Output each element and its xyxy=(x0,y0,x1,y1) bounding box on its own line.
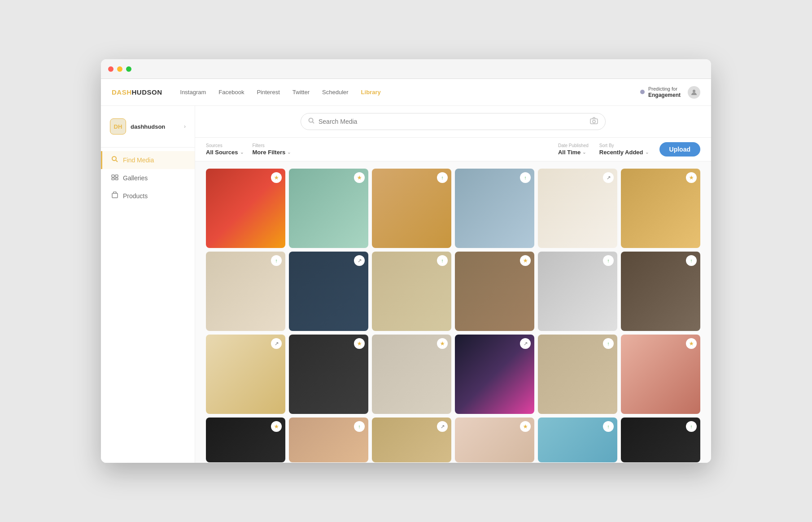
sidebar-item-find-media[interactable]: Find Media xyxy=(101,151,195,169)
svg-rect-6 xyxy=(115,178,118,180)
grid-row-2: ↑ ↗ ↑ ★ ↑ xyxy=(206,252,700,331)
star-badge: ★ xyxy=(520,421,531,432)
search-input[interactable] xyxy=(319,118,586,125)
neutral-badge: ↗ xyxy=(271,338,282,349)
media-item[interactable]: ↑ xyxy=(538,335,617,414)
media-item[interactable]: ↗ xyxy=(206,335,285,414)
search-bar-area xyxy=(195,106,711,138)
media-item[interactable]: ↗ xyxy=(372,418,451,462)
media-item[interactable]: ★ xyxy=(206,418,285,462)
media-item[interactable]: ★ xyxy=(289,169,368,248)
sort-arrow: ⌄ xyxy=(645,150,649,155)
nav-scheduler[interactable]: Scheduler xyxy=(322,89,349,96)
logo-hudson: HUDSON xyxy=(132,88,162,96)
media-item[interactable]: ★ xyxy=(621,335,700,414)
account-arrow: › xyxy=(184,123,186,130)
media-item[interactable]: ★ xyxy=(455,418,534,462)
date-arrow: ⌄ xyxy=(582,150,586,155)
close-button[interactable] xyxy=(108,66,114,72)
media-item[interactable]: ↑ xyxy=(538,418,617,462)
star-badge: ★ xyxy=(271,421,282,432)
minimize-button[interactable] xyxy=(117,66,122,72)
svg-rect-7 xyxy=(112,193,118,198)
media-item[interactable]: ★ xyxy=(289,335,368,414)
camera-icon[interactable] xyxy=(590,117,598,126)
galleries-label: Galleries xyxy=(123,174,148,182)
star-badge: ★ xyxy=(271,172,282,183)
predict-badge: Predicting for Engagement xyxy=(640,86,681,99)
svg-rect-4 xyxy=(115,175,118,177)
trending-badge: ↑ xyxy=(686,421,697,432)
account-row[interactable]: DH dashhudson › xyxy=(101,115,195,144)
filters-right: Date Published All Time ⌄ Sort By Recent… xyxy=(558,142,700,157)
upload-button[interactable]: Upload xyxy=(659,142,700,157)
media-item[interactable]: ↑ xyxy=(206,252,285,331)
star-badge: ★ xyxy=(520,255,531,266)
media-item[interactable]: ↑ xyxy=(455,169,534,248)
media-item[interactable]: ★ xyxy=(372,335,451,414)
media-item[interactable]: ↑ xyxy=(621,418,700,462)
search-icon xyxy=(308,117,315,126)
svg-line-9 xyxy=(313,122,314,124)
grid-row-4: ★ ↑ ↗ ★ ↑ xyxy=(206,418,700,462)
star-badge: ★ xyxy=(354,172,365,183)
filters-bar: Sources All Sources ⌄ Filters More Filte… xyxy=(195,138,711,161)
media-grid: ★ ★ ↑ ↑ ↗ xyxy=(195,161,711,463)
sort-filter: Sort By Recently Added ⌄ xyxy=(599,143,649,156)
media-item[interactable]: ↑ xyxy=(289,418,368,462)
app-window: DASH HUDSON Instagram Facebook Pinterest… xyxy=(101,59,711,463)
more-filters-select[interactable]: More Filters ⌄ xyxy=(253,149,291,156)
search-icon xyxy=(111,156,118,165)
media-item[interactable]: ↗ xyxy=(538,169,617,248)
maximize-button[interactable] xyxy=(126,66,131,72)
sources-arrow: ⌄ xyxy=(240,150,244,155)
svg-point-1 xyxy=(112,157,116,161)
nav-instagram[interactable]: Instagram xyxy=(180,89,206,96)
sources-select[interactable]: All Sources ⌄ xyxy=(206,149,244,156)
avatar: DH xyxy=(110,118,126,135)
media-item[interactable]: ↑ xyxy=(621,252,700,331)
svg-point-11 xyxy=(593,120,595,123)
svg-point-0 xyxy=(693,90,695,92)
trending-badge: ↑ xyxy=(271,255,282,266)
media-item[interactable]: ★ xyxy=(621,169,700,248)
main-content: DH dashhudson › Find Media Galleries xyxy=(101,106,711,463)
sort-select[interactable]: Recently Added ⌄ xyxy=(599,149,649,156)
trending-badge: ↑ xyxy=(437,255,448,266)
trending-badge: ↑ xyxy=(603,255,614,266)
date-filter: Date Published All Time ⌄ xyxy=(558,143,589,156)
galleries-icon xyxy=(111,174,118,183)
media-item[interactable]: ★ xyxy=(206,169,285,248)
sidebar-divider xyxy=(101,147,195,148)
media-item[interactable]: ↗ xyxy=(289,252,368,331)
more-filters: Filters More Filters ⌄ xyxy=(253,143,291,156)
media-item[interactable]: ★ xyxy=(455,252,534,331)
star-badge: ★ xyxy=(686,338,697,349)
sidebar-item-galleries[interactable]: Galleries xyxy=(101,169,195,187)
content-area: Sources All Sources ⌄ Filters More Filte… xyxy=(195,106,711,463)
find-media-label: Find Media xyxy=(123,157,154,164)
logo: DASH HUDSON xyxy=(112,88,162,96)
nav-links: Instagram Facebook Pinterest Twitter Sch… xyxy=(180,89,640,96)
date-select[interactable]: All Time ⌄ xyxy=(558,149,589,156)
media-item[interactable]: ↑ xyxy=(372,252,451,331)
neutral-badge: ↗ xyxy=(437,421,448,432)
media-item[interactable]: ↑ xyxy=(372,169,451,248)
sidebar-item-products[interactable]: Products xyxy=(101,187,195,205)
svg-line-2 xyxy=(116,161,118,162)
nav-twitter[interactable]: Twitter xyxy=(292,89,310,96)
top-navigation: DASH HUDSON Instagram Facebook Pinterest… xyxy=(101,79,711,106)
nav-pinterest[interactable]: Pinterest xyxy=(257,89,279,96)
user-icon[interactable] xyxy=(688,86,700,99)
nav-facebook[interactable]: Facebook xyxy=(218,89,244,96)
media-item[interactable]: ↗ xyxy=(455,335,534,414)
trending-badge: ↑ xyxy=(437,172,448,183)
nav-library[interactable]: Library xyxy=(361,89,381,96)
account-name: dashhudson xyxy=(131,123,179,130)
media-item[interactable]: ↑ xyxy=(538,252,617,331)
grid-row-1: ★ ★ ↑ ↑ ↗ xyxy=(206,169,700,248)
grid-row-3: ↗ ★ ★ ↗ ↑ xyxy=(206,335,700,414)
trending-badge: ↑ xyxy=(603,338,614,349)
trending-badge: ↑ xyxy=(686,255,697,266)
grid-rows: ★ ★ ↑ ↑ ↗ xyxy=(206,169,700,462)
